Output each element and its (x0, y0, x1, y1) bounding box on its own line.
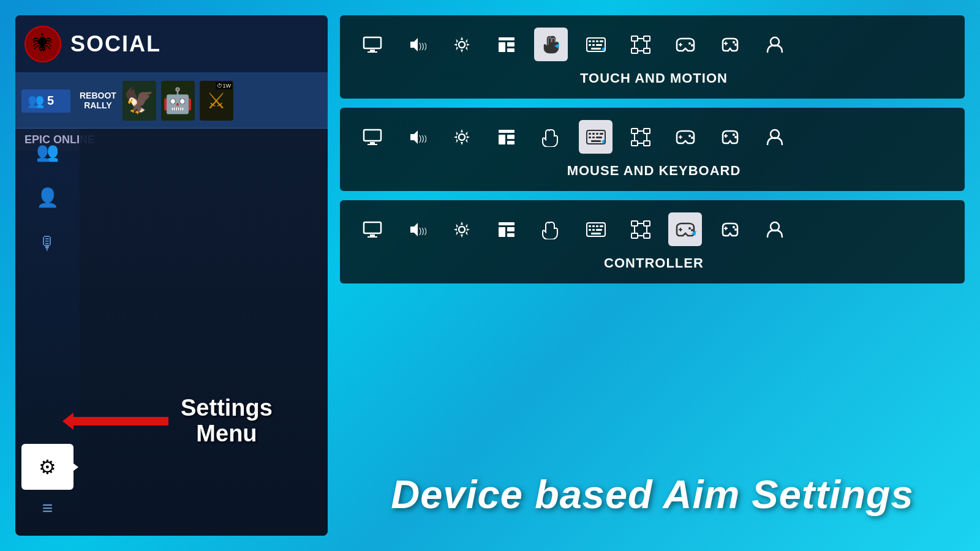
monitor-icon-1[interactable] (355, 28, 389, 61)
svg-rect-31 (679, 44, 682, 45)
svg-point-105 (688, 227, 691, 230)
svg-rect-24 (631, 48, 638, 53)
svg-rect-22 (631, 36, 638, 41)
svg-text:)))): )))) (419, 226, 426, 235)
char-slot-1[interactable]: 🦅 (123, 81, 156, 121)
keyboard-icon-3[interactable] (579, 212, 612, 246)
sound-icon-3[interactable]: )))) (400, 212, 434, 246)
svg-rect-97 (631, 233, 638, 238)
controller1-icon-2[interactable] (668, 120, 702, 154)
ui-icon-2[interactable] (489, 120, 523, 154)
sidebar-icons: 👥 👤 🎙 (15, 129, 80, 266)
svg-rect-1 (364, 37, 381, 48)
svg-rect-60 (644, 129, 650, 133)
svg-rect-98 (644, 233, 650, 238)
mouse-keyboard-label: MOUSE AND KEYBOARD (355, 163, 949, 179)
gear-icon-2[interactable] (445, 120, 478, 154)
svg-rect-9 (507, 42, 514, 47)
touch-icon-1[interactable] (534, 28, 568, 61)
svg-rect-14 (592, 40, 595, 42)
gear-icon-1[interactable] (445, 28, 478, 61)
svg-rect-87 (589, 225, 591, 227)
svg-rect-62 (644, 141, 650, 146)
hamburger-button[interactable]: ≡ (21, 493, 74, 523)
svg-point-106 (691, 229, 693, 231)
network-icon-1[interactable] (624, 28, 657, 61)
controller2-icon-3[interactable] (713, 212, 747, 246)
content-area (80, 129, 328, 536)
svg-point-32 (688, 42, 691, 45)
sound-icon-1[interactable]: )))) (400, 28, 434, 61)
controller1-icon-1[interactable] (668, 28, 702, 61)
app-title: SOCIAL (70, 31, 161, 57)
friends-badge[interactable]: 👥 5 (21, 89, 70, 113)
top-banner: 👥 5 REBOOTRALLY 🦅 🤖 ⚔ ⏱1W (15, 73, 328, 129)
network-icon-3[interactable] (624, 212, 657, 246)
svg-point-33 (691, 44, 693, 47)
app-header: 🕷 SOCIAL (15, 15, 328, 73)
profile-icon-2[interactable] (758, 120, 791, 154)
sidebar-item-profile[interactable]: 👤 (15, 174, 80, 220)
svg-rect-59 (631, 129, 638, 133)
monitor-icon-2[interactable] (355, 120, 389, 154)
svg-rect-56 (596, 137, 602, 138)
svg-rect-50 (589, 133, 591, 135)
profile-icon-3[interactable] (758, 212, 791, 246)
controller-label: CONTROLLER (355, 255, 949, 271)
svg-rect-2 (370, 50, 375, 51)
svg-point-44 (459, 134, 465, 140)
monitor-icon-3[interactable] (355, 212, 389, 246)
controller2-icon-2[interactable] (713, 120, 747, 154)
svg-rect-45 (499, 130, 514, 133)
friends-icon: 👥 (28, 93, 44, 109)
red-arrow (74, 417, 168, 425)
touch-icon-2[interactable] (534, 120, 568, 154)
svg-rect-17 (589, 44, 591, 46)
svg-rect-41 (368, 144, 377, 145)
app-logo: 🕷 (24, 26, 61, 62)
keyboard-icon-2[interactable] (579, 120, 612, 154)
svg-rect-40 (370, 142, 375, 144)
gear-icon-3[interactable] (445, 212, 478, 246)
keyboard-icon-1[interactable] (579, 28, 612, 61)
bottom-sidebar: ⚙ ≡ (15, 444, 80, 523)
svg-rect-94 (591, 233, 601, 234)
svg-rect-8 (499, 42, 505, 52)
device-aim-label: Device based Aim Settings (340, 471, 965, 517)
svg-rect-3 (368, 51, 377, 53)
touch-icon-3[interactable] (534, 212, 568, 246)
svg-rect-7 (499, 37, 514, 40)
char-slot-3[interactable]: ⚔ ⏱1W (200, 81, 233, 121)
sound-icon-2[interactable]: )))) (400, 120, 434, 154)
char-slot-2[interactable]: 🤖 (161, 81, 195, 121)
ui-icon-3[interactable] (489, 212, 523, 246)
svg-rect-51 (592, 133, 595, 135)
svg-point-73 (733, 133, 735, 136)
character-slots: 🦅 🤖 ⚔ ⏱1W (123, 81, 233, 121)
ui-icon-1[interactable] (489, 28, 523, 61)
svg-rect-25 (644, 48, 650, 53)
svg-rect-47 (507, 135, 514, 139)
svg-point-37 (734, 43, 737, 46)
svg-marker-42 (410, 130, 418, 144)
svg-rect-104 (679, 229, 682, 230)
right-panel: )))) (340, 15, 965, 536)
svg-rect-85 (507, 233, 514, 237)
svg-text:)))): )))) (419, 41, 426, 50)
svg-rect-16 (600, 40, 603, 42)
svg-rect-88 (592, 225, 595, 227)
profile-icon-1[interactable] (758, 28, 791, 61)
controller2-icon-1[interactable] (713, 28, 747, 61)
sidebar-item-mic[interactable]: 🎙 (15, 220, 80, 266)
svg-rect-83 (499, 227, 505, 237)
svg-rect-39 (364, 130, 381, 141)
controller-panel: )))) (340, 200, 965, 283)
touch-motion-label: TOUCH AND MOTION (355, 70, 949, 86)
controller1-icon-3-active[interactable] (668, 212, 702, 246)
settings-button[interactable]: ⚙ (21, 444, 74, 490)
svg-rect-23 (644, 36, 650, 41)
network-icon-2[interactable] (624, 120, 657, 154)
hamburger-icon: ≡ (42, 498, 53, 519)
sidebar-item-friends[interactable]: 👥 (15, 129, 80, 174)
svg-rect-92 (592, 229, 595, 231)
